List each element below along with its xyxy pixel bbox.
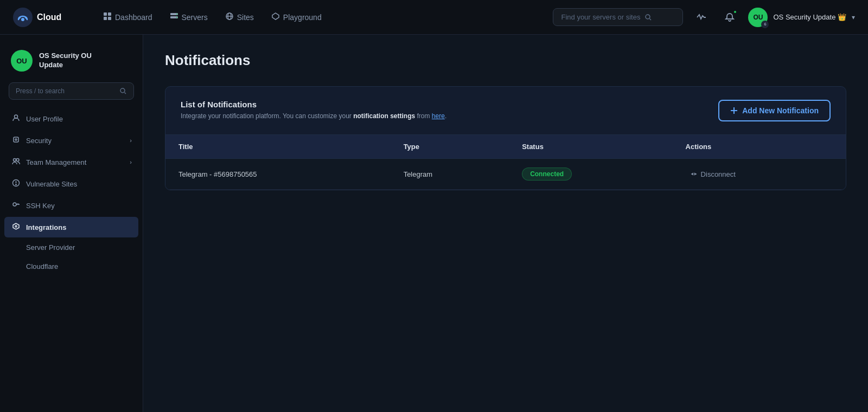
workspace-avatar: OU	[11, 50, 33, 72]
sites-icon	[225, 12, 234, 23]
notification-dot	[733, 10, 737, 14]
sidebar-search-icon	[119, 87, 127, 95]
vulnerable-sites-icon	[11, 179, 21, 189]
svg-point-16	[120, 88, 125, 93]
svg-point-0	[13, 8, 33, 27]
svg-point-21	[13, 159, 16, 162]
table-row: Telegram - #5698750565 Telegram Connecte…	[165, 159, 846, 190]
nav-dashboard[interactable]: Dashboard	[95, 8, 160, 27]
main-content: Notifications List of Notifications Inte…	[143, 35, 868, 412]
global-search[interactable]: Find your servers or sites	[553, 8, 683, 26]
notifications-card-header: List of Notifications Integrate your not…	[165, 87, 846, 135]
disconnect-icon	[690, 170, 698, 178]
notifications-card-title: List of Notifications	[181, 100, 446, 109]
sidebar-menu: User Profile Security › Team Management …	[0, 108, 143, 275]
playground-icon	[271, 12, 280, 23]
nav-right: Find your servers or sites OU 6 OS Secur…	[553, 8, 855, 27]
dashboard-icon	[103, 12, 112, 23]
plus-icon	[730, 107, 738, 114]
team-management-caret-icon: ›	[130, 159, 132, 165]
svg-point-9	[176, 17, 177, 18]
svg-point-8	[176, 14, 177, 15]
sidebar-item-team-management[interactable]: Team Management ›	[4, 152, 138, 172]
user-name: OS Security Update 👑	[773, 13, 846, 21]
logo-text: Cloud	[37, 12, 61, 22]
nav-servers[interactable]: Servers	[162, 8, 215, 27]
notifications-table-body: Telegram - #5698750565 Telegram Connecte…	[165, 159, 846, 190]
notifications-table-header: Title Type Status Actions	[165, 135, 846, 159]
search-icon	[644, 14, 652, 21]
notifications-icon-btn[interactable]	[720, 8, 739, 27]
row-title: Telegram - #5698750565	[165, 159, 391, 190]
logo[interactable]: Cloud	[13, 8, 78, 27]
sidebar-item-ssh-key-label: SSH Key	[26, 202, 55, 210]
svg-point-18	[14, 115, 17, 118]
user-avatar: OU 6	[748, 8, 768, 27]
svg-rect-2	[104, 12, 107, 16]
workspace-section: OU OS Security OU Update	[0, 46, 143, 82]
notifications-header-info: List of Notifications Integrate your not…	[181, 100, 446, 120]
col-header-status: Status	[509, 135, 672, 159]
user-menu-caret[interactable]: ▾	[852, 14, 855, 21]
svg-point-30	[15, 226, 17, 227]
row-type: Telegram	[391, 159, 509, 190]
servers-icon	[170, 12, 178, 23]
sidebar-subitem-server-provider-label: Server Provider	[26, 243, 75, 252]
nav-sites-label: Sites	[237, 13, 254, 22]
svg-line-15	[650, 18, 652, 20]
security-caret-icon: ›	[130, 137, 132, 144]
workspace-name: OS Security OU Update	[39, 52, 92, 70]
disconnect-button[interactable]: Disconnect	[686, 168, 740, 181]
sidebar-search[interactable]: Press / to search	[9, 82, 134, 100]
nav-sites[interactable]: Sites	[218, 8, 261, 27]
svg-line-17	[125, 93, 126, 94]
notification-settings-link[interactable]: here	[432, 112, 445, 120]
sidebar: OU OS Security OU Update Press / to sear…	[0, 35, 143, 412]
col-header-title: Title	[165, 135, 391, 159]
svg-rect-4	[104, 17, 107, 20]
sidebar-item-ssh-key[interactable]: SSH Key	[4, 195, 138, 216]
nav-dashboard-label: Dashboard	[115, 13, 152, 22]
svg-marker-13	[272, 13, 279, 20]
svg-point-14	[646, 15, 650, 19]
row-status: Connected	[509, 159, 672, 190]
svg-rect-3	[108, 12, 111, 16]
sidebar-item-integrations[interactable]: Integrations	[4, 217, 138, 237]
team-management-icon	[11, 157, 21, 167]
main-layout: OU OS Security OU Update Press / to sear…	[0, 35, 868, 412]
svg-point-22	[16, 159, 19, 162]
svg-rect-5	[108, 17, 111, 20]
sidebar-item-user-profile-label: User Profile	[26, 115, 63, 123]
page-title: Notifications	[165, 52, 846, 69]
sidebar-item-security[interactable]: Security ›	[4, 130, 138, 151]
notifications-card: List of Notifications Integrate your not…	[165, 86, 846, 190]
activity-icon	[697, 12, 706, 22]
sidebar-item-vulnerable-sites[interactable]: Vulnerable Sites	[4, 173, 138, 194]
add-notification-button[interactable]: Add New Notification	[718, 100, 831, 121]
sidebar-item-security-label: Security	[26, 137, 52, 145]
notifications-table: Title Type Status Actions Telegram - #56…	[165, 135, 846, 190]
security-icon	[11, 136, 21, 145]
nav-servers-label: Servers	[182, 13, 208, 22]
integrations-icon	[11, 222, 21, 232]
nav-playground-label: Playground	[283, 13, 322, 22]
nav-playground[interactable]: Playground	[264, 8, 329, 27]
col-header-type: Type	[391, 135, 509, 159]
sidebar-subitem-cloudflare-label: Cloudflare	[26, 262, 58, 271]
sidebar-item-user-profile[interactable]: User Profile	[4, 108, 138, 129]
sidebar-search-placeholder: Press / to search	[16, 87, 65, 95]
svg-point-25	[15, 184, 16, 185]
user-profile-icon	[11, 114, 21, 124]
sidebar-item-team-management-label: Team Management	[26, 158, 86, 166]
svg-rect-19	[14, 137, 18, 142]
nav-links: Dashboard Servers Sites Playground	[95, 8, 329, 27]
svg-point-26	[13, 203, 16, 206]
activity-icon-btn[interactable]	[692, 8, 711, 27]
sidebar-subitem-cloudflare[interactable]: Cloudflare	[4, 258, 138, 275]
sidebar-item-integrations-label: Integrations	[26, 223, 66, 231]
ssh-key-icon	[11, 201, 21, 210]
user-menu[interactable]: OU 6 OS Security Update 👑 ▾	[748, 8, 855, 27]
sidebar-subitem-server-provider[interactable]: Server Provider	[4, 239, 138, 256]
row-actions: Disconnect	[673, 159, 846, 190]
search-placeholder-text: Find your servers or sites	[561, 13, 640, 21]
